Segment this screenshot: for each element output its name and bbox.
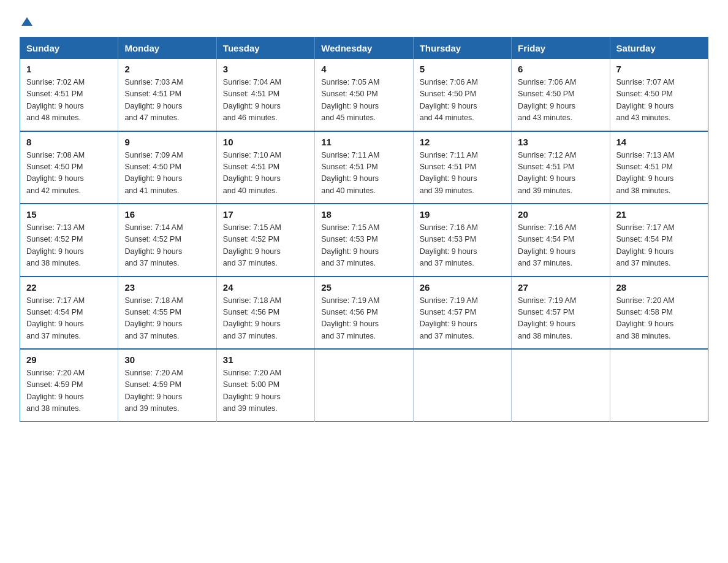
day-sun-info: Sunrise: 7:04 AMSunset: 4:51 PMDaylight:… — [223, 77, 308, 124]
day-number: 23 — [124, 282, 210, 293]
day-sun-info: Sunrise: 7:17 AMSunset: 4:54 PMDaylight:… — [616, 222, 702, 270]
calendar-day-cell: 27Sunrise: 7:19 AMSunset: 4:57 PMDayligh… — [512, 277, 610, 350]
calendar-day-cell: 31Sunrise: 7:20 AMSunset: 5:00 PMDayligh… — [216, 349, 314, 421]
calendar-day-cell: 5Sunrise: 7:06 AMSunset: 4:50 PMDaylight… — [413, 59, 511, 131]
day-sun-info: Sunrise: 7:06 AMSunset: 4:50 PMDaylight:… — [518, 77, 603, 124]
day-sun-info: Sunrise: 7:19 AMSunset: 4:56 PMDaylight:… — [321, 295, 406, 343]
day-sun-info: Sunrise: 7:11 AMSunset: 4:51 PMDaylight:… — [420, 150, 505, 197]
calendar-day-cell — [315, 349, 413, 421]
calendar-day-cell: 15Sunrise: 7:13 AMSunset: 4:52 PMDayligh… — [20, 204, 118, 277]
header-monday: Monday — [118, 37, 216, 59]
day-number: 27 — [518, 282, 603, 293]
calendar-day-cell: 18Sunrise: 7:15 AMSunset: 4:53 PMDayligh… — [315, 204, 413, 277]
calendar-day-cell: 4Sunrise: 7:05 AMSunset: 4:50 PMDaylight… — [315, 59, 413, 131]
calendar-day-cell: 10Sunrise: 7:10 AMSunset: 4:51 PMDayligh… — [216, 131, 314, 204]
day-sun-info: Sunrise: 7:08 AMSunset: 4:50 PMDaylight:… — [26, 150, 112, 197]
calendar-day-cell: 11Sunrise: 7:11 AMSunset: 4:51 PMDayligh… — [315, 131, 413, 204]
day-number: 3 — [223, 64, 308, 74]
calendar-day-cell: 22Sunrise: 7:17 AMSunset: 4:54 PMDayligh… — [20, 277, 118, 350]
day-number: 1 — [26, 64, 112, 74]
calendar-day-cell: 13Sunrise: 7:12 AMSunset: 4:51 PMDayligh… — [512, 131, 610, 204]
calendar-week-row: 22Sunrise: 7:17 AMSunset: 4:54 PMDayligh… — [20, 277, 708, 350]
day-sun-info: Sunrise: 7:16 AMSunset: 4:53 PMDaylight:… — [420, 222, 505, 270]
day-number: 21 — [616, 209, 702, 220]
header-sunday: Sunday — [20, 37, 118, 59]
day-sun-info: Sunrise: 7:10 AMSunset: 4:51 PMDaylight:… — [223, 150, 308, 197]
day-sun-info: Sunrise: 7:06 AMSunset: 4:50 PMDaylight:… — [420, 77, 505, 124]
logo-arrow-icon — [20, 15, 34, 28]
day-number: 24 — [223, 282, 308, 293]
day-number: 30 — [124, 354, 210, 365]
calendar-day-cell: 23Sunrise: 7:18 AMSunset: 4:55 PMDayligh… — [118, 277, 216, 350]
day-sun-info: Sunrise: 7:15 AMSunset: 4:53 PMDaylight:… — [321, 222, 406, 270]
day-number: 22 — [26, 282, 112, 293]
calendar-day-cell: 19Sunrise: 7:16 AMSunset: 4:53 PMDayligh… — [413, 204, 511, 277]
calendar-header: Sunday Monday Tuesday Wednesday Thursday… — [20, 37, 708, 59]
calendar-day-cell: 2Sunrise: 7:03 AMSunset: 4:51 PMDaylight… — [118, 59, 216, 131]
calendar-table: Sunday Monday Tuesday Wednesday Thursday… — [20, 37, 708, 422]
calendar-week-row: 29Sunrise: 7:20 AMSunset: 4:59 PMDayligh… — [20, 349, 708, 421]
logo — [20, 15, 34, 26]
day-sun-info: Sunrise: 7:19 AMSunset: 4:57 PMDaylight:… — [518, 295, 603, 343]
day-sun-info: Sunrise: 7:13 AMSunset: 4:52 PMDaylight:… — [26, 222, 112, 270]
day-sun-info: Sunrise: 7:11 AMSunset: 4:51 PMDaylight:… — [321, 150, 406, 197]
day-number: 28 — [616, 282, 702, 293]
day-number: 10 — [223, 137, 308, 147]
calendar-day-cell: 17Sunrise: 7:15 AMSunset: 4:52 PMDayligh… — [216, 204, 314, 277]
header-thursday: Thursday — [413, 37, 511, 59]
day-sun-info: Sunrise: 7:20 AMSunset: 4:59 PMDaylight:… — [124, 367, 210, 415]
calendar-day-cell: 3Sunrise: 7:04 AMSunset: 4:51 PMDaylight… — [216, 59, 314, 131]
day-number: 31 — [223, 354, 308, 365]
weekday-header-row: Sunday Monday Tuesday Wednesday Thursday… — [20, 37, 708, 59]
day-number: 6 — [518, 64, 603, 74]
header-saturday: Saturday — [610, 37, 708, 59]
calendar-day-cell: 20Sunrise: 7:16 AMSunset: 4:54 PMDayligh… — [512, 204, 610, 277]
day-sun-info: Sunrise: 7:20 AMSunset: 4:59 PMDaylight:… — [26, 367, 112, 415]
day-number: 19 — [420, 209, 505, 220]
day-number: 20 — [518, 209, 603, 220]
calendar-day-cell: 24Sunrise: 7:18 AMSunset: 4:56 PMDayligh… — [216, 277, 314, 350]
day-sun-info: Sunrise: 7:12 AMSunset: 4:51 PMDaylight:… — [518, 150, 603, 197]
calendar-day-cell: 9Sunrise: 7:09 AMSunset: 4:50 PMDaylight… — [118, 131, 216, 204]
calendar-day-cell: 16Sunrise: 7:14 AMSunset: 4:52 PMDayligh… — [118, 204, 216, 277]
day-sun-info: Sunrise: 7:16 AMSunset: 4:54 PMDaylight:… — [518, 222, 603, 270]
calendar-day-cell: 30Sunrise: 7:20 AMSunset: 4:59 PMDayligh… — [118, 349, 216, 421]
day-number: 4 — [321, 64, 406, 74]
day-number: 14 — [616, 137, 702, 147]
day-sun-info: Sunrise: 7:17 AMSunset: 4:54 PMDaylight:… — [26, 295, 112, 343]
day-number: 29 — [26, 354, 112, 365]
day-sun-info: Sunrise: 7:18 AMSunset: 4:55 PMDaylight:… — [124, 295, 210, 343]
calendar-day-cell — [413, 349, 511, 421]
day-number: 8 — [26, 137, 112, 147]
day-number: 17 — [223, 209, 308, 220]
calendar-day-cell: 21Sunrise: 7:17 AMSunset: 4:54 PMDayligh… — [610, 204, 708, 277]
day-sun-info: Sunrise: 7:07 AMSunset: 4:50 PMDaylight:… — [616, 77, 702, 124]
day-number: 7 — [616, 64, 702, 74]
day-number: 16 — [124, 209, 210, 220]
day-sun-info: Sunrise: 7:03 AMSunset: 4:51 PMDaylight:… — [124, 77, 210, 124]
calendar-week-row: 8Sunrise: 7:08 AMSunset: 4:50 PMDaylight… — [20, 131, 708, 204]
day-sun-info: Sunrise: 7:14 AMSunset: 4:52 PMDaylight:… — [124, 222, 210, 270]
day-number: 15 — [26, 209, 112, 220]
day-sun-info: Sunrise: 7:15 AMSunset: 4:52 PMDaylight:… — [223, 222, 308, 270]
day-number: 13 — [518, 137, 603, 147]
calendar-day-cell: 28Sunrise: 7:20 AMSunset: 4:58 PMDayligh… — [610, 277, 708, 350]
calendar-day-cell: 26Sunrise: 7:19 AMSunset: 4:57 PMDayligh… — [413, 277, 511, 350]
day-sun-info: Sunrise: 7:20 AMSunset: 5:00 PMDaylight:… — [223, 367, 308, 415]
calendar-week-row: 15Sunrise: 7:13 AMSunset: 4:52 PMDayligh… — [20, 204, 708, 277]
calendar-day-cell: 29Sunrise: 7:20 AMSunset: 4:59 PMDayligh… — [20, 349, 118, 421]
svg-marker-0 — [21, 17, 32, 26]
day-sun-info: Sunrise: 7:20 AMSunset: 4:58 PMDaylight:… — [616, 295, 702, 343]
day-number: 5 — [420, 64, 505, 74]
day-number: 18 — [321, 209, 406, 220]
header-tuesday: Tuesday — [216, 37, 314, 59]
day-sun-info: Sunrise: 7:02 AMSunset: 4:51 PMDaylight:… — [26, 77, 112, 124]
calendar-body: 1Sunrise: 7:02 AMSunset: 4:51 PMDaylight… — [20, 59, 708, 421]
calendar-day-cell — [512, 349, 610, 421]
day-sun-info: Sunrise: 7:05 AMSunset: 4:50 PMDaylight:… — [321, 77, 406, 124]
calendar-day-cell: 25Sunrise: 7:19 AMSunset: 4:56 PMDayligh… — [315, 277, 413, 350]
header-wednesday: Wednesday — [315, 37, 413, 59]
day-number: 2 — [124, 64, 210, 74]
day-sun-info: Sunrise: 7:13 AMSunset: 4:51 PMDaylight:… — [616, 150, 702, 197]
day-number: 9 — [124, 137, 210, 147]
